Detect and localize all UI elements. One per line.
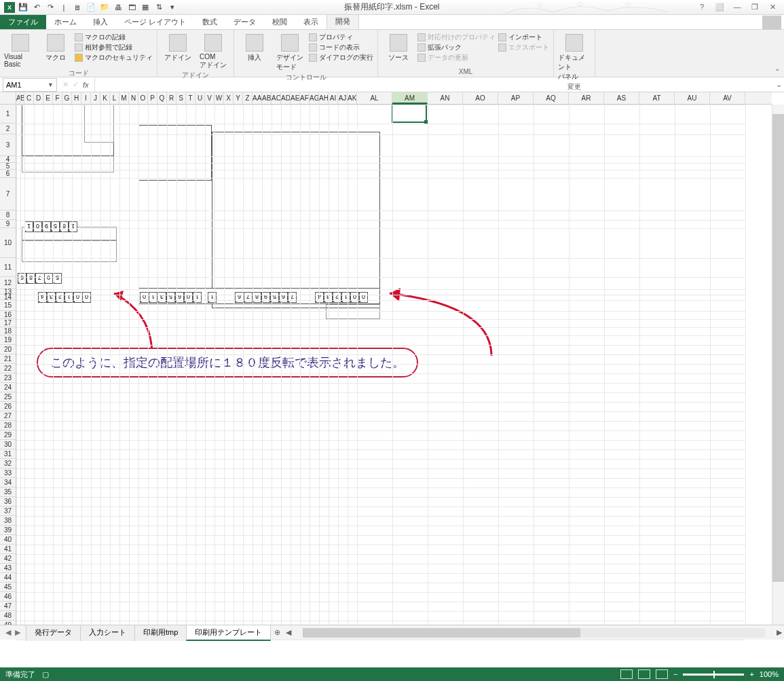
minimize-icon[interactable]: — (731, 3, 743, 12)
row-header[interactable]: 46 (0, 592, 16, 602)
col-header[interactable]: E (43, 92, 53, 104)
col-header[interactable]: AI (329, 92, 338, 104)
row-header[interactable]: 7 (0, 178, 16, 210)
row-header[interactable]: 47 (0, 602, 16, 611)
row-header[interactable]: 35 (0, 487, 16, 497)
col-header[interactable]: AM (392, 92, 428, 104)
macro-record-icon[interactable]: ▢ (42, 670, 49, 679)
col-header[interactable]: AO (463, 92, 498, 104)
sheet-nav[interactable]: ◀▶ (0, 628, 26, 637)
row-header[interactable]: 11 (0, 258, 16, 277)
undo-icon[interactable]: ↶ (31, 2, 42, 13)
col-header[interactable]: F (53, 92, 62, 104)
col-header[interactable]: Q (157, 92, 167, 104)
col-header[interactable]: X (224, 92, 234, 104)
zoom-level[interactable]: 100% (760, 670, 779, 678)
row-header[interactable]: 41 (0, 545, 16, 554)
print-icon[interactable]: 🖶 (113, 2, 124, 13)
col-header[interactable]: AH (319, 92, 329, 104)
fx-icon[interactable]: fx (83, 81, 89, 89)
document-panel-button[interactable]: ドキュメント パネル (558, 31, 591, 81)
col-header[interactable]: AQ (534, 92, 569, 104)
col-header[interactable]: P (148, 92, 157, 104)
row-header[interactable]: 23 (0, 373, 16, 383)
row-header[interactable]: 38 (0, 516, 16, 526)
redo-icon[interactable]: ↷ (45, 2, 56, 13)
row-header[interactable]: 24 (0, 383, 16, 392)
row-header[interactable]: 19 (0, 335, 16, 345)
cells-area[interactable]: 10958168795432100013560116789567432100 こ… (16, 105, 772, 640)
row-header[interactable]: 34 (0, 478, 16, 487)
col-header[interactable]: AK (348, 92, 357, 104)
col-header[interactable]: Y (234, 92, 243, 104)
ribbon-display-icon[interactable]: ⬜ (713, 3, 726, 12)
record-macro-button[interactable]: マクロの記録 (75, 33, 153, 42)
col-header[interactable]: I (81, 92, 91, 104)
row-header[interactable]: 48 (0, 611, 16, 621)
column-headers[interactable]: ABCDEFGHIJKLMNOPQRSTUVWXYZAAABACADAEAFAG… (16, 92, 772, 105)
col-header[interactable]: H (72, 92, 81, 104)
col-header[interactable]: W (214, 92, 224, 104)
insert-control-button[interactable]: 挿入 (238, 31, 271, 62)
col-header[interactable]: AE (291, 92, 300, 104)
preview-icon[interactable]: 🗔 (126, 2, 137, 13)
row-header[interactable]: 36 (0, 497, 16, 507)
row-header[interactable]: 15 (0, 300, 16, 311)
tab-view[interactable]: 表示 (295, 15, 326, 29)
sheet-tab[interactable]: 入力シート (80, 625, 135, 641)
col-header[interactable]: AN (428, 92, 463, 104)
col-header[interactable]: R (167, 92, 176, 104)
collapse-ribbon-icon[interactable]: ⌃ (774, 68, 780, 75)
chevron-down-icon[interactable]: ▼ (48, 81, 54, 88)
col-header[interactable]: AL (357, 92, 392, 104)
maximize-icon[interactable]: ❐ (749, 3, 761, 12)
addins-button[interactable]: アドイン (162, 31, 194, 62)
tab-review[interactable]: 校閲 (264, 15, 295, 29)
tab-file[interactable]: ファイル (0, 15, 46, 29)
col-header[interactable]: AS (604, 92, 639, 104)
vertical-scrollbar[interactable] (772, 105, 784, 625)
row-headers[interactable]: 1234567891011121314151617181920212223242… (0, 105, 16, 640)
user-avatar[interactable] (762, 16, 781, 29)
visual-basic-button[interactable]: Visual Basic (4, 31, 37, 68)
row-header[interactable]: 17 (0, 319, 16, 327)
row-header[interactable]: 2 (0, 124, 16, 134)
tab-insert[interactable]: 挿入 (85, 15, 116, 29)
table-icon[interactable]: ▦ (140, 2, 151, 13)
row-header[interactable]: 14 (0, 295, 16, 300)
folder-icon[interactable]: 📁 (99, 2, 110, 13)
tab-data[interactable]: データ (225, 15, 264, 29)
row-header[interactable]: 37 (0, 507, 16, 516)
save-icon[interactable]: 💾 (18, 2, 29, 13)
expansion-pack-button[interactable]: 拡張パック (417, 43, 496, 52)
col-header[interactable]: D (34, 92, 43, 104)
enter-formula-icon[interactable]: ✓ (73, 80, 79, 89)
col-header[interactable]: L (110, 92, 119, 104)
row-header[interactable]: 1 (0, 105, 16, 124)
col-header[interactable]: G (62, 92, 72, 104)
sheet-tab[interactable]: 印刷用テンプレート (186, 625, 271, 641)
page-break-view-button[interactable] (656, 669, 668, 679)
tab-formulas[interactable]: 数式 (194, 15, 225, 29)
horizontal-scrollbar[interactable]: ◀▶ (284, 628, 784, 638)
col-header[interactable]: AT (639, 92, 675, 104)
new-icon[interactable]: 🗎 (72, 2, 83, 13)
view-code-button[interactable]: コードの表示 (309, 43, 373, 52)
name-box[interactable]: AM1 ▼ (3, 78, 57, 92)
col-header[interactable]: AA (253, 92, 262, 104)
col-header[interactable]: AV (710, 92, 745, 104)
relative-ref-button[interactable]: 相対参照で記録 (75, 43, 153, 52)
refresh-data-button[interactable]: データの更新 (417, 53, 496, 62)
design-mode-button[interactable]: デザイン モード (274, 31, 306, 72)
expand-formula-icon[interactable]: ⌄ (773, 80, 784, 89)
row-header[interactable]: 26 (0, 402, 16, 411)
worksheet-grid[interactable]: ABCDEFGHIJKLMNOPQRSTUVWXYZAAABACADAEAFAG… (0, 92, 784, 652)
row-header[interactable]: 6 (0, 170, 16, 178)
row-header[interactable]: 5 (0, 163, 16, 170)
col-header[interactable]: J (91, 92, 100, 104)
tab-layout[interactable]: ページ レイアウト (116, 15, 194, 29)
row-header[interactable]: 29 (0, 430, 16, 440)
col-header[interactable]: AP (498, 92, 534, 104)
col-header[interactable]: AC (272, 92, 281, 104)
row-header[interactable]: 3 (0, 134, 16, 156)
